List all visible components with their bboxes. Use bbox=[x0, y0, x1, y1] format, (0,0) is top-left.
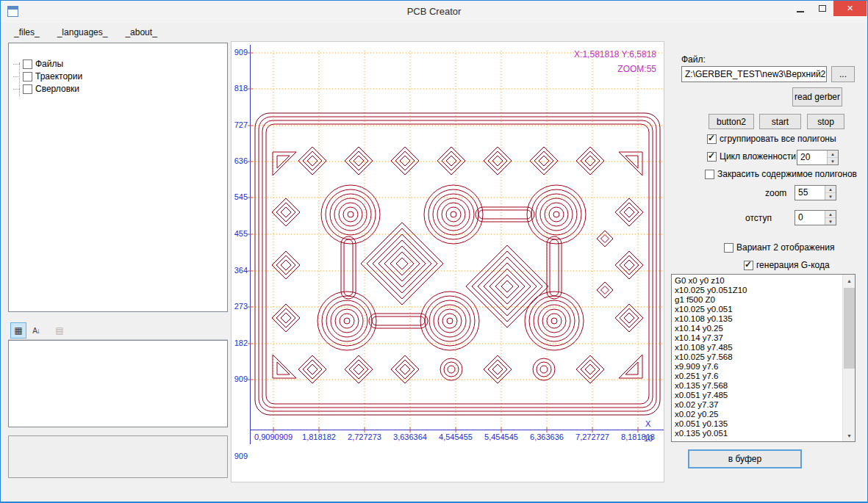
categorized-button[interactable]: ▦ bbox=[10, 322, 26, 339]
gcode-line: x10.025 y0.051Z10 bbox=[675, 286, 852, 295]
property-help-panel bbox=[8, 435, 228, 478]
stop-button[interactable]: stop bbox=[807, 114, 844, 129]
zoom-readout: ZOOM:55 bbox=[617, 64, 656, 74]
stepper-up-icon[interactable]: ▲ bbox=[825, 186, 836, 193]
x-axis-label: 7,272727 bbox=[570, 433, 614, 441]
tree-label-drills: Сверловки bbox=[35, 84, 79, 94]
read-gerber-button[interactable]: read gerber bbox=[792, 87, 842, 106]
tree-item-trajectories[interactable]: Траектории bbox=[13, 70, 82, 82]
axes bbox=[250, 45, 664, 444]
window-controls: ✕ bbox=[789, 1, 867, 16]
stepper-down-icon[interactable]: ▼ bbox=[825, 218, 836, 225]
gcode-line: x10.108 y0.135 bbox=[675, 314, 852, 324]
x-axis-label: 5,454545 bbox=[479, 433, 523, 441]
button2[interactable]: button2 bbox=[709, 114, 754, 129]
checkbox-box[interactable] bbox=[707, 134, 717, 144]
tree-item-files[interactable]: Файлы bbox=[13, 58, 63, 70]
scrollbar-thumb[interactable] bbox=[844, 288, 855, 369]
y-axis-label: 545 bbox=[232, 192, 248, 201]
app-window: PCB Creator ✕ _files_ _languages_ _about… bbox=[0, 0, 868, 503]
menu-files[interactable]: _files_ bbox=[7, 24, 47, 40]
property-grid-area[interactable] bbox=[8, 340, 228, 427]
gcode-generation-checkbox[interactable]: генерация G-кода bbox=[744, 260, 830, 270]
gcode-line: x0.02 y7.37 bbox=[675, 400, 852, 410]
close-button[interactable]: ✕ bbox=[833, 1, 867, 16]
to-buffer-button[interactable]: в буфер bbox=[688, 449, 802, 468]
nesting-cycle-checkbox[interactable]: Цикл вложенности bbox=[707, 151, 796, 162]
gcode-line: x10.14 y7.37 bbox=[675, 333, 852, 343]
file-path-input[interactable]: Z:\GERBER_TEST\new3\Верхний2.gbr bbox=[681, 66, 827, 82]
gcode-line: x10.025 y7.568 bbox=[675, 352, 852, 362]
cursor-position-readout: X:1,581818 Y:6,5818 bbox=[574, 49, 656, 59]
stepper-up-icon[interactable]: ▲ bbox=[825, 211, 836, 218]
control-panel: Файл: Z:\GERBER_TEST\new3\Верхний2.gbr .… bbox=[668, 41, 864, 482]
menu-languages[interactable]: _languages_ bbox=[50, 24, 115, 40]
gcode-scrollbar[interactable]: ▲ ▼ bbox=[842, 275, 855, 441]
layers-tree[interactable]: Файлы Траектории Сверловки bbox=[8, 43, 228, 312]
x-axis-label: 0,9090909 bbox=[251, 433, 295, 441]
window-title: PCB Creator bbox=[1, 6, 867, 17]
scroll-down-icon[interactable]: ▼ bbox=[843, 430, 856, 441]
gcode-line: G0 x0 y0 z10 bbox=[675, 276, 852, 286]
offset-value[interactable]: 0 bbox=[795, 211, 825, 225]
checkbox-box[interactable] bbox=[724, 243, 734, 253]
zoom-stepper[interactable]: 55 ▲▼ bbox=[795, 185, 836, 200]
tree-checkbox-trajectories[interactable] bbox=[23, 72, 32, 82]
gcode-line: g1 f500 Z0 bbox=[675, 295, 852, 305]
scroll-up-icon[interactable]: ▲ bbox=[843, 275, 856, 286]
alphabetical-sort-icon: A↓ bbox=[32, 327, 40, 335]
y-axis-label: 364 bbox=[232, 266, 248, 275]
offset-stepper[interactable]: 0 ▲▼ bbox=[795, 210, 836, 225]
minimize-button[interactable] bbox=[789, 1, 811, 16]
menu-bar: _files_ _languages_ _about_ bbox=[1, 23, 867, 42]
stepper-down-icon[interactable]: ▼ bbox=[828, 158, 838, 164]
y-axis-label: 636 bbox=[232, 156, 248, 165]
stepper-up-icon[interactable]: ▲ bbox=[828, 151, 838, 158]
tree-item-drills[interactable]: Сверловки bbox=[13, 83, 79, 95]
pcb-canvas[interactable]: 909 818 727 636 545 455 364 273 182 909 … bbox=[231, 41, 664, 482]
gcode-output[interactable]: G0 x0 y0 z10 x10.025 y0.051Z10 g1 f500 Z… bbox=[671, 274, 856, 442]
alphabetical-sort-button[interactable]: A↓ bbox=[28, 322, 44, 339]
tree-checkbox-files[interactable] bbox=[23, 59, 32, 69]
x-axis-label: 2,727273 bbox=[342, 433, 387, 441]
tree-checkbox-drills[interactable] bbox=[23, 84, 32, 94]
x-axis-label: 1,818182 bbox=[297, 433, 341, 441]
checkbox-box[interactable] bbox=[744, 261, 753, 270]
property-pages-button[interactable]: ▤ bbox=[51, 322, 68, 339]
axis-ticks bbox=[248, 53, 638, 433]
gcode-line: x0.02 y0.25 bbox=[675, 410, 852, 419]
tree-label-files: Файлы bbox=[35, 59, 63, 69]
browse-button[interactable]: ... bbox=[831, 66, 855, 82]
group-polygons-checkbox[interactable]: сгруппировать все полигоны bbox=[707, 134, 836, 144]
x-axis-label: 4,545455 bbox=[434, 433, 478, 441]
maximize-icon bbox=[819, 5, 826, 12]
checkbox-box[interactable] bbox=[707, 152, 717, 162]
tree-label-trajectories: Траектории bbox=[35, 71, 82, 82]
gcode-line: x10.108 y7.485 bbox=[675, 343, 852, 352]
gerber-traces bbox=[255, 113, 660, 415]
zoom-value[interactable]: 55 bbox=[795, 186, 825, 200]
nesting-cycle-value[interactable]: 20 bbox=[797, 151, 827, 164]
x-axis-letter: X bbox=[645, 419, 650, 428]
fill-polygons-label: Закрасить содержимое полигонов bbox=[717, 169, 857, 179]
gcode-line: x0.135 y7.568 bbox=[675, 381, 852, 391]
gcode-line: x0.251 y7.6 bbox=[675, 372, 852, 381]
checkbox-box[interactable] bbox=[705, 170, 714, 179]
maximize-button[interactable] bbox=[811, 1, 833, 16]
start-button[interactable]: start bbox=[759, 114, 801, 129]
gcode-line: x0.051 y7.485 bbox=[675, 391, 852, 400]
menu-about[interactable]: _about_ bbox=[118, 24, 164, 40]
gcode-line: x0.135 y0.051 bbox=[675, 429, 852, 438]
stepper-down-icon[interactable]: ▼ bbox=[825, 193, 836, 200]
file-label: Файл: bbox=[681, 54, 706, 65]
gcode-generation-label: генерация G-кода bbox=[756, 260, 830, 270]
y-axis-label: 909 bbox=[232, 48, 248, 57]
offset-label: отступ bbox=[745, 213, 772, 223]
variant2-checkbox[interactable]: Вариант 2 отображения bbox=[724, 242, 834, 253]
gcode-line: x9.909 y7.6 bbox=[675, 362, 852, 372]
fill-polygons-checkbox[interactable]: Закрасить содержимое полигонов bbox=[705, 169, 857, 179]
x-axis-max: 10 bbox=[644, 434, 653, 443]
y-axis-label-below: 909 bbox=[232, 452, 248, 460]
pcb-render bbox=[232, 42, 664, 482]
nesting-cycle-stepper[interactable]: 20 ▲▼ bbox=[797, 150, 839, 165]
